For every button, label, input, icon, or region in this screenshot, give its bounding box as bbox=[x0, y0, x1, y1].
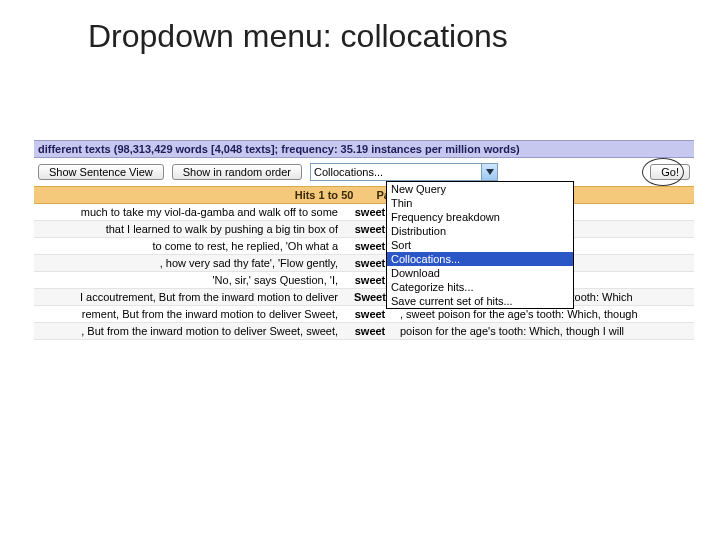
corpus-app: different texts (98,313,429 words [4,048… bbox=[34, 140, 694, 340]
action-select-value: Collocations... bbox=[314, 166, 383, 178]
dropdown-item[interactable]: New Query bbox=[387, 182, 573, 196]
left-context: that I learned to walk by pushing a big … bbox=[34, 223, 344, 235]
table-row[interactable]: much to take my viol-da-gamba and walk o… bbox=[34, 204, 694, 221]
table-row[interactable]: that I learned to walk by pushing a big … bbox=[34, 221, 694, 238]
table-row[interactable]: I accoutrement, But from the inward moti… bbox=[34, 289, 694, 306]
action-select[interactable]: Collocations... bbox=[310, 163, 498, 181]
table-row[interactable]: , how very sad thy fate', 'Flow gently,s… bbox=[34, 255, 694, 272]
left-context: I accoutrement, But from the inward moti… bbox=[34, 291, 344, 303]
go-button[interactable]: Go! bbox=[650, 164, 690, 180]
hits-range: Hits 1 to 50 bbox=[295, 189, 354, 201]
keyword: sweet bbox=[344, 308, 396, 320]
chevron-down-icon bbox=[481, 164, 497, 180]
left-context: , how very sad thy fate', 'Flow gently, bbox=[34, 257, 344, 269]
dropdown-item[interactable]: Frequency breakdown bbox=[387, 210, 573, 224]
table-row[interactable]: , But from the inward motion to deliver … bbox=[34, 323, 694, 340]
dropdown-item[interactable]: Download bbox=[387, 266, 573, 280]
table-row[interactable]: to come to rest, he replied, 'Oh what as… bbox=[34, 238, 694, 255]
dropdown-item[interactable]: Collocations... bbox=[387, 252, 573, 266]
page-title: Dropdown menu: collocations bbox=[0, 0, 720, 55]
right-context: poison for the age's tooth: Which, thoug… bbox=[396, 325, 694, 337]
left-context: much to take my viol-da-gamba and walk o… bbox=[34, 206, 344, 218]
hits-bar: Hits 1 to 50 Page 1 / 70 bbox=[34, 186, 694, 204]
dropdown-item[interactable]: Distribution bbox=[387, 224, 573, 238]
dropdown-item[interactable]: Save current set of hits... bbox=[387, 294, 573, 308]
left-context: to come to rest, he replied, 'Oh what a bbox=[34, 240, 344, 252]
left-context: rement, But from the inward motion to de… bbox=[34, 308, 344, 320]
show-sentence-button[interactable]: Show Sentence View bbox=[38, 164, 164, 180]
dropdown-item[interactable]: Categorize hits... bbox=[387, 280, 573, 294]
dropdown-item[interactable]: Thin bbox=[387, 196, 573, 210]
dropdown-item[interactable]: Sort bbox=[387, 238, 573, 252]
concordance-rows: much to take my viol-da-gamba and walk o… bbox=[34, 204, 694, 340]
table-row[interactable]: rement, But from the inward motion to de… bbox=[34, 306, 694, 323]
toolbar: Show Sentence View Show in random order … bbox=[34, 158, 694, 186]
action-dropdown[interactable]: New QueryThinFrequency breakdownDistribu… bbox=[386, 181, 574, 309]
show-random-button[interactable]: Show in random order bbox=[172, 164, 302, 180]
table-row[interactable]: 'No, sir,' says Question, 'I,sweetu, as … bbox=[34, 272, 694, 289]
left-context: , But from the inward motion to deliver … bbox=[34, 325, 344, 337]
keyword: sweet bbox=[344, 325, 396, 337]
right-context: , sweet poison for the age's tooth: Whic… bbox=[396, 308, 694, 320]
left-context: 'No, sir,' says Question, 'I, bbox=[34, 274, 344, 286]
stats-bar: different texts (98,313,429 words [4,048… bbox=[34, 140, 694, 158]
